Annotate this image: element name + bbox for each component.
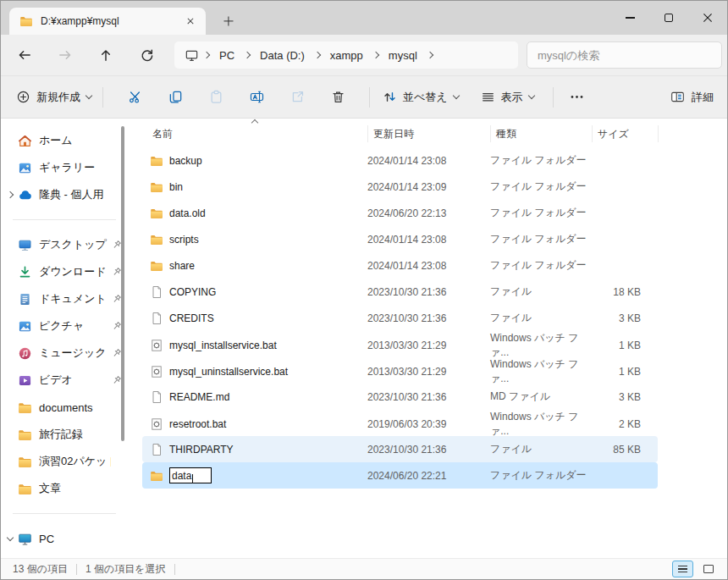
expander-icon[interactable] <box>4 374 16 386</box>
sidebar-item-documents[interactable]: ドキュメント <box>1 285 128 312</box>
sort-button-label: 並べ替え <box>403 90 448 105</box>
breadcrumb-item-data-drive[interactable]: Data (D:) <box>255 49 310 62</box>
paste-button[interactable] <box>203 85 229 110</box>
sidebar-item-music[interactable]: ミュージック <box>1 340 128 367</box>
expander-icon[interactable] <box>4 483 16 494</box>
file-row-README.md[interactable]: README.md 2023/10/30 21:36 MD ファイル 3 KB <box>142 384 658 410</box>
scissors-icon <box>128 90 142 104</box>
file-name: mysql_uninstallservice.bat <box>169 366 288 378</box>
tab-close-button[interactable] <box>182 13 199 30</box>
sidebar-item-pc[interactable]: PC <box>1 525 128 552</box>
sidebar-item-label: ピクチャ <box>39 318 111 334</box>
file-row-scripts[interactable]: scripts 2024/01/14 23:08 ファイル フォルダー <box>142 226 658 252</box>
breadcrumb-item-pc[interactable]: PC <box>214 49 240 62</box>
expander-icon[interactable] <box>4 135 16 146</box>
minimize-button[interactable] <box>610 1 649 35</box>
share-button[interactable] <box>284 85 310 110</box>
sidebar-item-gallery[interactable]: ギャラリー <box>1 154 128 181</box>
view-details-button[interactable] <box>672 561 693 577</box>
expander-icon[interactable] <box>4 189 16 201</box>
sidebar-item-folder-travel[interactable]: 旅行記録 <box>1 421 128 448</box>
header-cell-date-modified[interactable]: 更新日時 <box>367 125 490 142</box>
expander-icon[interactable] <box>4 456 16 467</box>
expander-icon[interactable] <box>4 533 16 544</box>
expander-icon[interactable] <box>4 239 16 251</box>
file-type: ファイル フォルダー <box>490 180 592 194</box>
file-name: THIRDPARTY <box>169 444 234 456</box>
back-button[interactable] <box>14 45 35 65</box>
file-row-CREDITS[interactable]: CREDITS 2023/10/30 21:36 ファイル 3 KB <box>142 305 658 331</box>
sort-icon <box>383 90 397 104</box>
sidebar-item-onedrive-personal[interactable]: 隆典 - 個人用 <box>1 181 128 208</box>
forward-button[interactable] <box>55 45 75 65</box>
file-row-bin[interactable]: bin 2024/01/14 23:09 ファイル フォルダー <box>142 174 658 200</box>
expander-icon[interactable] <box>4 162 16 174</box>
chevron-down-icon <box>85 92 92 99</box>
sidebar-item-folder-bunsho[interactable]: 文章 <box>1 475 128 502</box>
expander-icon[interactable] <box>4 347 16 359</box>
more-button[interactable] <box>565 85 590 110</box>
view-button[interactable]: 表示 <box>481 90 534 105</box>
file-row-THIRDPARTY[interactable]: THIRDPARTY 2023/10/30 21:36 ファイル 85 KB <box>142 436 658 462</box>
file-row-data[interactable]: data 2024/06/20 22:21 ファイル フォルダー <box>142 462 658 489</box>
expander-icon[interactable] <box>4 320 16 332</box>
explorer-window: D:¥xampp¥mysql <box>0 0 728 580</box>
file-size: 2 KB <box>592 418 658 430</box>
search-input[interactable] <box>527 49 721 62</box>
file-type: Windows バッチ ファ... <box>490 410 592 439</box>
chevron-right-icon <box>427 52 433 58</box>
file-row-mysql_uninstallservice.bat[interactable]: mysql_uninstallservice.bat 2013/03/30 21… <box>142 357 658 384</box>
cut-button[interactable] <box>122 85 147 110</box>
header-cell-name[interactable]: 名前 <box>142 125 367 142</box>
view-thumbnails-button[interactable] <box>698 561 719 577</box>
sort-button[interactable]: 並べ替え <box>383 90 459 105</box>
file-row-backup[interactable]: backup 2024/01/14 23:08 ファイル フォルダー <box>142 147 658 174</box>
file-row-mysql_installservice.bat[interactable]: mysql_installservice.bat 2013/03/30 21:2… <box>142 331 658 357</box>
file-row-resetroot.bat[interactable]: resetroot.bat 2019/06/03 20:39 Windows バ… <box>142 410 658 436</box>
text-caret <box>192 474 193 483</box>
header-cell-type[interactable]: 種類 <box>490 125 592 142</box>
file-row-data.old[interactable]: data.old 2024/06/20 22:13 ファイル フォルダー <box>142 200 658 226</box>
file-icon <box>150 312 163 325</box>
up-button[interactable] <box>96 45 116 65</box>
file-icon <box>150 390 163 404</box>
file-row-share[interactable]: share 2024/01/14 23:08 ファイル フォルダー <box>142 252 658 279</box>
expander-icon[interactable] <box>4 266 16 278</box>
expander-icon[interactable] <box>4 401 16 413</box>
sidebar-item-home[interactable]: ホーム <box>1 127 128 154</box>
toolbar-separator <box>102 87 103 108</box>
breadcrumb-item-mysql[interactable]: mysql <box>383 49 422 62</box>
file-date-modified: 2023/10/30 21:36 <box>367 286 490 298</box>
file-row-COPYING[interactable]: COPYING 2023/10/30 21:36 ファイル 18 KB <box>142 279 658 305</box>
sidebar-scrollbar[interactable] <box>121 126 124 441</box>
delete-button[interactable] <box>325 85 350 110</box>
new-button[interactable]: 新規作成 <box>16 90 91 105</box>
sidebar-item-folder-documents[interactable]: documents <box>1 394 128 421</box>
sidebar-item-downloads[interactable]: ダウンロード <box>1 258 128 285</box>
file-name: COPYING <box>169 286 216 298</box>
status-bar: 13 個の項目 1 個の項目を選択 <box>1 558 727 579</box>
expander-icon[interactable] <box>4 428 16 440</box>
refresh-button[interactable] <box>136 45 157 65</box>
chevron-right-icon <box>314 52 321 58</box>
copy-button[interactable] <box>163 85 188 110</box>
sidebar-item-folder-exercise02[interactable]: 演習02パケットヘ <box>1 448 128 475</box>
rename-input[interactable] <box>169 467 212 483</box>
rename-button[interactable] <box>244 85 269 110</box>
sidebar-items: ホーム ギャラリー 隆典 - 個人用 デスクトップ ダウンロード ドキュメント … <box>1 127 128 552</box>
expander-icon[interactable] <box>4 293 16 305</box>
sidebar-item-videos[interactable]: ビデオ <box>1 367 128 394</box>
sidebar-item-label: ドキュメント <box>39 291 111 307</box>
this-pc-icon[interactable] <box>185 48 199 63</box>
maximize-button[interactable] <box>649 1 688 35</box>
explorer-tab[interactable]: D:¥xampp¥mysql <box>9 8 206 35</box>
details-pane-button[interactable]: 詳細 <box>670 90 714 105</box>
sidebar-item-desktop[interactable]: デスクトップ <box>1 231 128 258</box>
header-cell-size[interactable]: サイズ <box>592 125 658 142</box>
close-button[interactable] <box>688 1 727 35</box>
file-type: ファイル フォルダー <box>490 153 592 168</box>
paste-icon <box>209 90 223 104</box>
sidebar-item-pictures[interactable]: ピクチャ <box>1 312 128 340</box>
breadcrumb-item-xampp[interactable]: xampp <box>325 49 368 62</box>
new-tab-button[interactable] <box>218 10 240 32</box>
